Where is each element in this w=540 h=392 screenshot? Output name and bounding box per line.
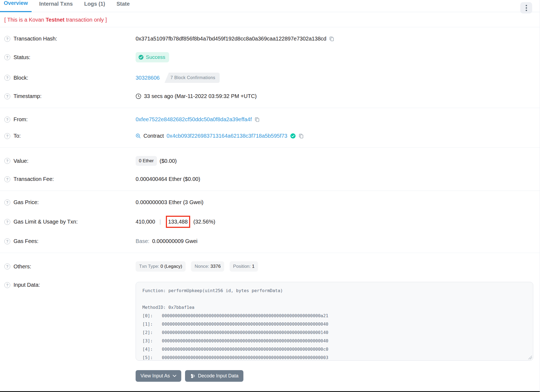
row-timestamp: ? Timestamp: 33 secs ago (Mar-11-2022 03… [0,88,540,104]
transaction-fee-value: 0.000400464 Ether ($0.00) [136,176,200,182]
help-icon[interactable]: ? [4,75,10,81]
row-gas-fees: ? Gas Fees: Base: 0.000000009 Gwei [0,233,540,249]
row-block: ? Block: 30328606 7 Block Confirmations [0,67,540,88]
help-icon[interactable]: ? [4,282,10,288]
status-label: Status: [14,54,30,60]
position-badge: Position: 1 [230,261,258,272]
resize-handle[interactable] [528,356,532,359]
zoom-in-icon[interactable] [136,133,141,138]
help-icon[interactable]: ? [4,200,10,205]
help-icon[interactable]: ? [4,54,10,60]
base-fee-label: Base: [136,238,149,244]
help-icon[interactable]: ? [4,263,10,269]
row-gas-price: ? Gas Price: 0.000000003 Ether (3 Gwei) [0,194,540,211]
row-transaction-hash: ? Transaction Hash: 0x371a51097fb78df856… [0,31,540,47]
row-gas-limit-usage: ? Gas Limit & Usage by Txn: 410,000 | 13… [0,211,540,233]
to-address-link[interactable]: 0x4cb093f226983713164a62138c3f718a5b595f… [167,133,287,139]
transaction-fee-label: Transaction Fee: [14,176,54,182]
row-others: ? Others: Txn Type: 0 (Legacy) Nonce: 33… [0,256,540,277]
copy-icon[interactable] [329,36,334,42]
others-label: Others: [14,263,31,270]
gas-used-value: 133,488 [168,219,188,225]
help-icon[interactable]: ? [4,36,10,42]
gas-limit-value: 410,000 [136,219,155,225]
gas-price-label: Gas Price: [14,199,39,205]
tab-bar: Overview Internal Txns Logs (1) State [0,0,540,12]
testnet-warning: [ This is a Kovan Testnet transaction on… [0,12,540,27]
copy-icon[interactable] [254,117,260,122]
clock-icon [136,93,141,99]
gas-limit-label: Gas Limit & Usage by Txn: [14,219,78,225]
nonce-badge: Nonce: 3376 [191,261,224,272]
block-label: Block: [14,75,28,81]
transaction-hash-label: Transaction Hash: [14,36,57,42]
input-word-row: [0]:000000000000000000000000000000000000… [142,312,526,320]
input-word-row: [5]:000000000000000000000000000000000000… [142,353,526,361]
status-badge: Success [136,52,169,62]
base-fee-value: 0.000000009 Gwei [152,238,197,244]
gas-price-value: 0.000000003 Ether (3 Gwei) [136,199,203,205]
copy-icon[interactable] [298,133,304,139]
kebab-dots-icon [526,5,527,6]
input-word-row: [1]:000000000000000000000000000000000000… [142,320,526,328]
transaction-details-card: Overview Internal Txns Logs (1) State [ … [0,0,540,392]
chevron-down-icon [173,375,176,377]
help-icon[interactable]: ? [4,117,10,123]
block-confirmations-badge: 7 Block Confirmations [165,73,220,83]
value-label: Value: [14,158,28,164]
help-icon[interactable]: ? [4,219,10,225]
row-transaction-fee: ? Transaction Fee: 0.000400464 Ether ($0… [0,171,540,187]
row-value: ? Value: 0 Ether ($0.00) [0,151,540,171]
pipe-separator: | [159,219,161,225]
timestamp-label: Timestamp: [14,93,42,99]
help-icon[interactable]: ? [4,158,10,164]
gas-used-annotation-box: 133,488 [166,216,190,228]
gas-fees-label: Gas Fees: [14,238,38,244]
view-input-as-button[interactable]: View Input As [136,370,181,382]
tab-overview[interactable]: Overview [0,0,32,12]
input-function-line: Function: performUpkeep(uint256 id, byte… [142,286,526,295]
decode-icon [190,373,195,379]
help-icon[interactable]: ? [4,176,10,182]
decode-input-data-button[interactable]: Decode Input Data [185,370,243,382]
from-label: From: [14,116,28,123]
input-data-textarea[interactable]: Function: performUpkeep(uint256 id, byte… [136,282,533,361]
timestamp-value: 33 secs ago (Mar-11-2022 03:59:32 PM +UT… [144,93,257,99]
value-ether-badge: 0 Ether [136,156,157,166]
to-label: To: [14,133,21,139]
check-circle-icon [138,55,144,60]
tab-state[interactable]: State [113,1,133,12]
to-contract-prefix: Contract [143,133,164,139]
row-input-data: ? Input Data: Function: performUpkeep(ui… [0,277,540,366]
input-data-label: Input Data: [14,282,40,288]
tab-internal-txns[interactable]: Internal Txns [35,1,76,12]
row-from: ? From: 0xfee7522e8482682cf50ddc50a0f8da… [0,111,540,128]
row-to: ? To: Contract 0x4cb093f226983713164a621… [0,128,540,144]
help-icon[interactable]: ? [4,133,10,139]
gas-used-percent: (32.56%) [193,219,215,225]
kebab-menu-button[interactable] [520,2,532,13]
input-word-row: [2]:000000000000000000000000000000000000… [142,328,526,337]
tab-logs[interactable]: Logs (1) [80,1,109,12]
from-address-link[interactable]: 0xfee7522e8482682cf50ddc50a0f8da2a39effa… [136,116,252,123]
value-usd: ($0.00) [160,158,177,164]
transaction-hash-value: 0x371a51097fb78df856f8b4a7bd459f192d8cc8… [136,36,326,42]
row-status: ? Status: Success [0,47,540,67]
txn-type-badge: Txn Type: 0 (Legacy) [136,261,186,272]
help-icon[interactable]: ? [4,238,10,244]
input-word-row: [4]:000000000000000000000000000000000000… [142,345,526,353]
input-methodid-line: MethodID: 0x7bbaf1ea [142,303,526,312]
block-number-link[interactable]: 30328606 [136,75,160,81]
verified-check-icon [290,133,296,139]
input-word-row: [3]:000000000000000000000000000000000000… [142,337,526,345]
help-icon[interactable]: ? [4,93,10,99]
